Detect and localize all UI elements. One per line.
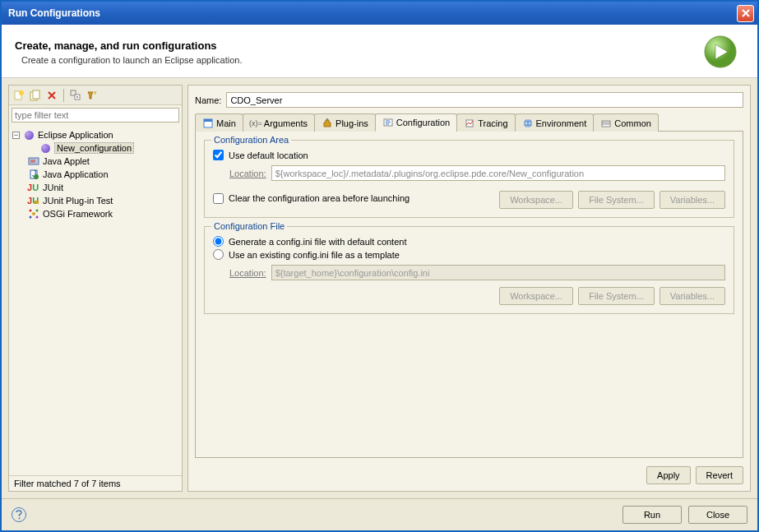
- tab-bar: Main (x)=Arguments Plug-ins Configuratio…: [195, 113, 743, 132]
- svg-point-2: [19, 90, 24, 95]
- tree-node-osgi-framework[interactable]: OSGi Framework: [27, 207, 178, 220]
- clear-config-row: Clear the configuration area before laun…: [213, 193, 491, 204]
- tab-label: Environment: [536, 118, 587, 128]
- config-name-input[interactable]: [226, 92, 743, 108]
- svg-point-15: [32, 212, 35, 215]
- tab-label: Configuration: [396, 118, 450, 127]
- svg-text:JU: JU: [27, 183, 39, 192]
- environment-tab-icon: [522, 118, 534, 129]
- workspace-button: Workspace...: [499, 287, 573, 305]
- common-tab-icon: [600, 118, 612, 129]
- location-row: Location:: [229, 165, 725, 181]
- run-button[interactable]: Run: [622, 506, 682, 524]
- header-title: Create, manage, and run configurations: [15, 39, 703, 52]
- existing-config-radio[interactable]: [213, 249, 224, 260]
- duplicate-config-button[interactable]: [29, 89, 42, 102]
- tree-node-new-configuration[interactable]: New_configuration: [39, 141, 178, 155]
- svg-point-16: [30, 210, 32, 212]
- location-input: [271, 165, 725, 181]
- apply-button[interactable]: Apply: [646, 466, 691, 484]
- collapse-toggle[interactable]: −: [12, 132, 20, 139]
- duplicate-icon: [30, 90, 41, 101]
- tree-label: Eclipse Application: [38, 130, 113, 140]
- generate-config-label: Generate a config.ini file with default …: [229, 237, 406, 247]
- header-subtitle: Create a configuration to launch an Ecli…: [21, 55, 703, 65]
- tab-arguments[interactable]: (x)=Arguments: [243, 113, 315, 132]
- tree-node-junit[interactable]: JU JUnit: [27, 181, 178, 194]
- tree-label: Java Application: [43, 169, 109, 179]
- existing-config-label: Use an existing config.ini file as a tem…: [229, 250, 400, 260]
- use-default-location-label: Use default location: [229, 150, 308, 160]
- junit-plugin-icon: JU: [27, 194, 40, 207]
- existing-config-row: Use an existing config.ini file as a tem…: [213, 249, 725, 260]
- filesystem-button: File System...: [578, 287, 655, 305]
- junit-icon: JU: [27, 181, 40, 194]
- window-close-button[interactable]: [737, 5, 754, 22]
- collapse-icon: [70, 90, 81, 101]
- tree-label: JUnit Plug-in Test: [43, 196, 113, 206]
- group-title: Configuration Area: [211, 135, 291, 145]
- tree-label: OSGi Framework: [43, 209, 113, 219]
- filter-button[interactable]: [86, 89, 99, 102]
- generate-config-radio[interactable]: [213, 236, 224, 247]
- tab-common[interactable]: Common: [593, 113, 659, 132]
- plugins-tab-icon: [322, 118, 333, 129]
- configuration-tab-icon: [382, 117, 394, 128]
- svg-rect-22: [326, 118, 328, 121]
- window-title: Run Configurations: [8, 7, 737, 19]
- tab-label: Common: [614, 118, 651, 128]
- dialog-header: Create, manage, and run configurations C…: [2, 25, 757, 78]
- tree-label: Java Applet: [43, 156, 90, 166]
- new-icon: [13, 90, 25, 101]
- help-icon: [16, 510, 22, 520]
- tab-label: Arguments: [264, 118, 308, 128]
- titlebar: Run Configurations: [2, 2, 757, 25]
- tab-content: Configuration Area Use default location …: [195, 132, 743, 458]
- variables-button: Variables...: [659, 191, 725, 209]
- tab-configuration[interactable]: Configuration: [375, 113, 457, 132]
- template-location-row: Location:: [229, 265, 725, 280]
- tree-node-eclipse-application[interactable]: − Eclipse Application: [12, 128, 178, 141]
- config-area-buttons: Workspace... File System... Variables...: [499, 191, 725, 209]
- main-area: − Eclipse Application New_configuration …: [2, 78, 757, 498]
- svg-point-32: [19, 518, 21, 520]
- config-toolbar: [9, 86, 182, 105]
- svg-point-17: [36, 210, 39, 212]
- help-button[interactable]: [12, 507, 26, 522]
- close-button[interactable]: Close: [688, 506, 747, 524]
- tab-main[interactable]: Main: [195, 113, 243, 132]
- config-tree: − Eclipse Application New_configuration …: [9, 125, 182, 475]
- revert-button[interactable]: Revert: [696, 466, 743, 484]
- name-label: Name:: [195, 95, 221, 105]
- tab-plugins[interactable]: Plug-ins: [314, 113, 376, 132]
- filter-input[interactable]: [12, 108, 179, 123]
- filesystem-button: File System...: [578, 191, 655, 209]
- tree-node-java-applet[interactable]: Java Applet: [27, 155, 178, 168]
- eclipse-app-icon: [39, 141, 52, 155]
- filter-icon: [86, 90, 98, 101]
- group-title: Configuration File: [211, 221, 287, 231]
- tab-environment[interactable]: Environment: [515, 113, 595, 132]
- tab-label: Main: [216, 118, 236, 128]
- tracing-tab-icon: [464, 118, 475, 129]
- close-icon: [742, 9, 750, 17]
- collapse-all-button[interactable]: [69, 89, 82, 102]
- location-label: Location:: [229, 169, 266, 178]
- tree-node-junit-plugin-test[interactable]: JU JUnit Plug-in Test: [27, 194, 178, 207]
- bottom-bar: Run Close: [2, 498, 757, 530]
- svg-rect-4: [33, 90, 39, 99]
- use-default-location-checkbox[interactable]: [213, 150, 224, 160]
- tab-label: Tracing: [478, 118, 507, 128]
- tree-node-java-application[interactable]: J Java Application: [27, 168, 178, 181]
- svg-point-19: [36, 216, 39, 219]
- delete-config-button[interactable]: [45, 89, 58, 102]
- tab-tracing[interactable]: Tracing: [456, 113, 515, 132]
- svg-point-11: [34, 174, 39, 179]
- clear-config-label: Clear the configuration area before laun…: [229, 193, 410, 203]
- arguments-tab-icon: (x)=: [250, 118, 261, 129]
- new-config-button[interactable]: [12, 89, 25, 102]
- config-file-buttons: Workspace... File System... Variables...: [213, 287, 725, 305]
- osgi-icon: [27, 207, 40, 220]
- filter-status: Filter matched 7 of 7 items: [9, 475, 182, 491]
- clear-config-checkbox[interactable]: [213, 193, 224, 204]
